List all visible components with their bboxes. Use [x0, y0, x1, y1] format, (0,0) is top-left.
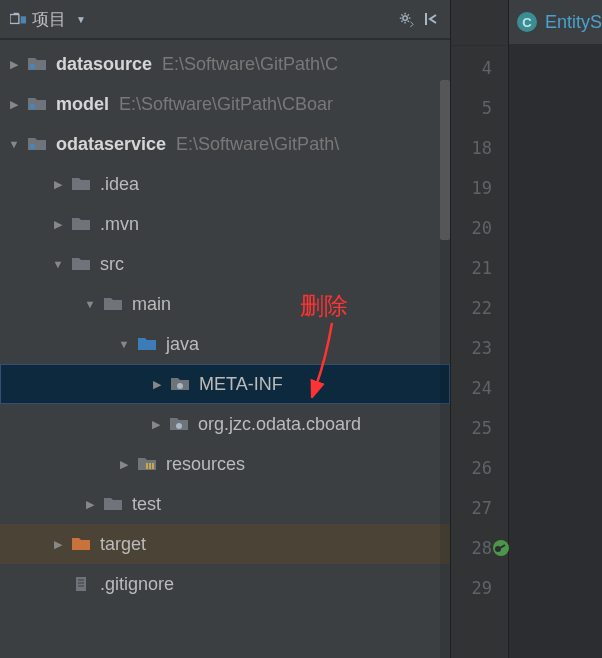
tree-node-label: .gitignore	[100, 574, 174, 595]
svg-point-8	[177, 383, 183, 389]
line-number[interactable]: 4	[451, 48, 508, 88]
svg-rect-11	[149, 463, 151, 469]
tree-node-label: odataservice	[56, 134, 166, 155]
tab-label: EntityS	[545, 12, 602, 33]
project-tree[interactable]: ▶datasourceE:\Software\GitPath\C▶modelE:…	[0, 40, 450, 658]
line-number[interactable]: 29	[451, 568, 508, 608]
line-number[interactable]: 18	[451, 128, 508, 168]
tree-scrollbar[interactable]	[440, 80, 450, 658]
svg-rect-7	[30, 144, 35, 149]
tree-node-label: java	[166, 334, 199, 355]
tree-row[interactable]: ▼src	[0, 244, 450, 284]
chevron-down-icon[interactable]: ▼	[50, 256, 66, 272]
file-icon	[72, 576, 92, 592]
tree-node-label: resources	[166, 454, 245, 475]
tree-row[interactable]: ▼odataserviceE:\Software\GitPath\	[0, 124, 450, 164]
package-icon	[171, 376, 191, 392]
chevron-down-icon[interactable]: ▼	[6, 136, 22, 152]
line-number[interactable]: 22	[451, 288, 508, 328]
folder-icon	[104, 496, 124, 512]
gear-icon[interactable]	[398, 11, 414, 27]
line-number[interactable]: 19	[451, 168, 508, 208]
chevron-right-icon[interactable]: ▶	[82, 496, 98, 512]
editor-gutter: 45181920212223242526272829	[451, 0, 509, 658]
svg-point-3	[403, 16, 407, 20]
scrollbar-thumb[interactable]	[440, 80, 450, 240]
tree-row[interactable]: ▶modelE:\Software\GitPath\CBoar	[0, 84, 450, 124]
chevron-right-icon[interactable]: ▶	[116, 456, 132, 472]
resources-icon	[138, 456, 158, 472]
tree-node-label: .mvn	[100, 214, 139, 235]
excluded-icon	[72, 536, 92, 552]
tree-node-label: main	[132, 294, 171, 315]
package-icon	[170, 416, 190, 432]
editor-tab[interactable]: C EntityS	[509, 0, 602, 46]
module-icon	[28, 96, 48, 112]
svg-rect-1	[14, 13, 19, 15]
source-icon	[138, 336, 158, 352]
project-view-icon[interactable]	[10, 11, 26, 27]
tree-row[interactable]: ▶datasourceE:\Software\GitPath\C	[0, 44, 450, 84]
tree-node-path: E:\Software\GitPath\C	[162, 54, 338, 75]
project-title[interactable]: 项目	[32, 8, 66, 31]
tree-node-label: src	[100, 254, 124, 275]
editor-panel: C EntityS	[509, 0, 602, 658]
dropdown-arrow-icon[interactable]: ▼	[76, 14, 86, 25]
chevron-down-icon[interactable]: ▼	[82, 296, 98, 312]
tree-row[interactable]: ▶test	[0, 484, 450, 524]
line-number[interactable]: 21	[451, 248, 508, 288]
editor-content[interactable]	[509, 46, 602, 658]
chevron-right-icon[interactable]: ▶	[149, 376, 165, 392]
svg-rect-0	[10, 15, 19, 24]
chevron-right-icon[interactable]: ▶	[50, 536, 66, 552]
tree-row[interactable]: ▼main	[0, 284, 450, 324]
collapse-icon[interactable]	[424, 11, 440, 27]
line-number[interactable]: 28	[451, 528, 508, 568]
project-panel: 项目 ▼ ▶datasourceE:\Software\GitPath\C▶mo…	[0, 0, 451, 658]
svg-rect-2	[21, 16, 26, 23]
tree-row[interactable]: ▶resources	[0, 444, 450, 484]
tree-node-path: E:\Software\GitPath\CBoar	[119, 94, 333, 115]
gutter-run-icon[interactable]	[492, 539, 510, 557]
tree-row[interactable]: ▶.idea	[0, 164, 450, 204]
svg-point-9	[176, 423, 182, 429]
chevron-right-icon[interactable]: ▶	[50, 216, 66, 232]
svg-rect-12	[152, 463, 154, 469]
gutter-header	[451, 8, 508, 46]
project-toolbar: 项目 ▼	[0, 0, 450, 40]
chevron-right-icon[interactable]: ▶	[50, 176, 66, 192]
class-icon: C	[517, 12, 537, 32]
tree-row[interactable]: ▶org.jzc.odata.cboard	[0, 404, 450, 444]
tree-node-label: META-INF	[199, 374, 283, 395]
line-number[interactable]: 23	[451, 328, 508, 368]
svg-rect-13	[76, 577, 86, 591]
line-number[interactable]: 24	[451, 368, 508, 408]
chevron-right-icon[interactable]: ▶	[6, 96, 22, 112]
tree-row[interactable]: .gitignore	[0, 564, 450, 604]
chevron-right-icon[interactable]: ▶	[148, 416, 164, 432]
tree-node-path: E:\Software\GitPath\	[176, 134, 339, 155]
line-number[interactable]: 25	[451, 408, 508, 448]
line-number[interactable]: 20	[451, 208, 508, 248]
module-icon	[28, 136, 48, 152]
tree-node-label: org.jzc.odata.cboard	[198, 414, 361, 435]
chevron-down-icon[interactable]: ▼	[116, 336, 132, 352]
tree-node-label: .idea	[100, 174, 139, 195]
tree-row[interactable]: ▶META-INF	[0, 364, 450, 404]
tree-row[interactable]: ▶target	[0, 524, 450, 564]
tree-node-label: datasource	[56, 54, 152, 75]
line-number[interactable]: 27	[451, 488, 508, 528]
line-number[interactable]: 26	[451, 448, 508, 488]
line-number[interactable]: 5	[451, 88, 508, 128]
tree-row[interactable]: ▼java	[0, 324, 450, 364]
folder-icon	[72, 216, 92, 232]
chevron-right-icon[interactable]: ▶	[6, 56, 22, 72]
svg-rect-10	[146, 463, 148, 469]
tree-row[interactable]: ▶.mvn	[0, 204, 450, 244]
svg-rect-5	[30, 64, 35, 69]
tree-node-label: test	[132, 494, 161, 515]
folder-icon	[72, 176, 92, 192]
svg-rect-6	[30, 104, 35, 109]
tree-node-label: model	[56, 94, 109, 115]
module-icon	[28, 56, 48, 72]
